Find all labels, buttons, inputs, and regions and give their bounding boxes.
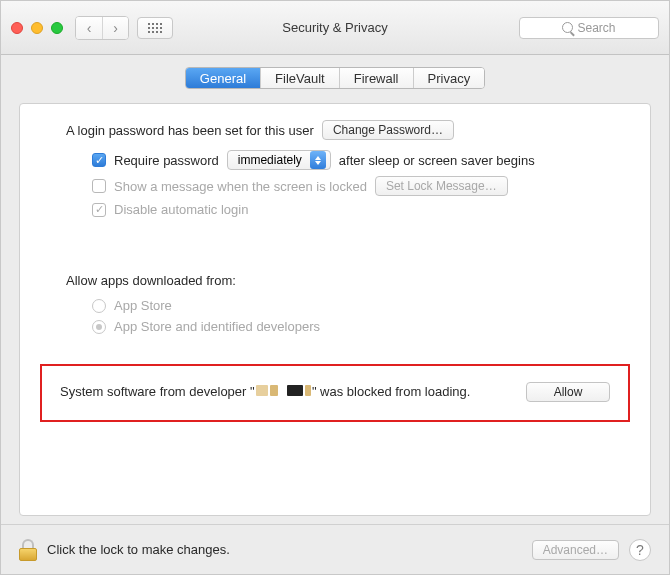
blocked-prefix: System software from developer " xyxy=(60,384,255,399)
radio-app-store-dev-label: App Store and identified developers xyxy=(114,319,320,334)
change-password-button[interactable]: Change Password… xyxy=(322,120,454,140)
blocked-software-notice: System software from developer " " was b… xyxy=(40,364,630,422)
search-placeholder: Search xyxy=(577,21,615,35)
blocked-software-text: System software from developer " " was b… xyxy=(60,383,510,401)
require-password-delay-value: immediately xyxy=(238,153,302,167)
panel-body: General FileVault Firewall Privacy A log… xyxy=(1,55,669,524)
radio-app-store[interactable] xyxy=(92,299,106,313)
help-button[interactable]: ? xyxy=(629,539,651,561)
show-message-checkbox[interactable] xyxy=(92,179,106,193)
disable-auto-login-checkbox[interactable]: ✓ xyxy=(92,203,106,217)
tab-filevault[interactable]: FileVault xyxy=(260,68,339,88)
allow-apps-heading: Allow apps downloaded from: xyxy=(66,273,630,288)
require-password-checkbox[interactable]: ✓ xyxy=(92,153,106,167)
tab-privacy[interactable]: Privacy xyxy=(413,68,485,88)
tab-general-label: General xyxy=(200,71,246,86)
tab-filevault-label: FileVault xyxy=(275,71,325,86)
login-password-text: A login password has been set for this u… xyxy=(66,123,314,138)
redacted-developer-icon xyxy=(305,385,311,396)
chevron-right-icon: › xyxy=(113,20,118,36)
tab-general[interactable]: General xyxy=(186,68,260,88)
radio-app-store-dev[interactable] xyxy=(92,320,106,334)
footer-bar: Click the lock to make changes. Advanced… xyxy=(1,524,669,574)
advanced-button[interactable]: Advanced… xyxy=(532,540,619,560)
tab-firewall[interactable]: Firewall xyxy=(339,68,413,88)
lock-icon[interactable] xyxy=(19,539,37,561)
show-all-button[interactable] xyxy=(137,17,173,39)
general-panel: A login password has been set for this u… xyxy=(19,103,651,516)
tab-privacy-label: Privacy xyxy=(428,71,471,86)
allow-button[interactable]: Allow xyxy=(526,382,610,402)
search-input[interactable]: Search xyxy=(519,17,659,39)
set-lock-message-button[interactable]: Set Lock Message… xyxy=(375,176,508,196)
close-icon[interactable] xyxy=(11,22,23,34)
back-button[interactable]: ‹ xyxy=(76,17,102,39)
disable-auto-login-label: Disable automatic login xyxy=(114,202,248,217)
redacted-developer-icon xyxy=(270,385,278,396)
chevron-left-icon: ‹ xyxy=(87,20,92,36)
forward-button[interactable]: › xyxy=(102,17,128,39)
blocked-suffix: " was blocked from loading. xyxy=(312,384,471,399)
window-controls xyxy=(11,22,63,34)
after-sleep-label: after sleep or screen saver begins xyxy=(339,153,535,168)
require-password-label: Require password xyxy=(114,153,219,168)
show-message-label: Show a message when the screen is locked xyxy=(114,179,367,194)
redacted-developer-icon xyxy=(256,385,268,396)
radio-app-store-label: App Store xyxy=(114,298,172,313)
minimize-icon[interactable] xyxy=(31,22,43,34)
search-icon xyxy=(562,22,573,33)
require-password-delay-select[interactable]: immediately xyxy=(227,150,331,170)
redacted-developer-icon xyxy=(287,385,303,396)
tab-bar: General FileVault Firewall Privacy xyxy=(185,67,485,89)
tab-firewall-label: Firewall xyxy=(354,71,399,86)
window-titlebar: ‹ › Security & Privacy Search xyxy=(1,1,669,55)
lock-hint-text: Click the lock to make changes. xyxy=(47,542,230,557)
zoom-icon[interactable] xyxy=(51,22,63,34)
chevron-updown-icon xyxy=(310,151,326,169)
preferences-window: ‹ › Security & Privacy Search General Fi… xyxy=(0,0,670,575)
nav-back-forward: ‹ › xyxy=(75,16,129,40)
